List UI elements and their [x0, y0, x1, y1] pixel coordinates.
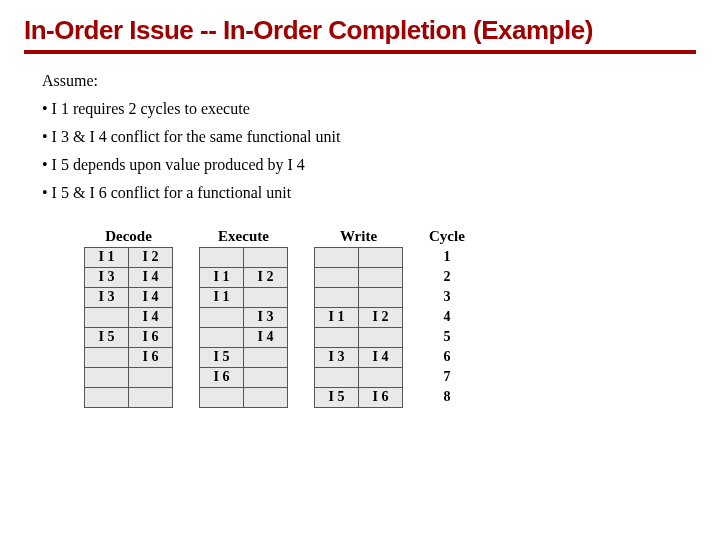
cycle-number: 4 — [443, 307, 450, 327]
pipeline-tables: Decode I 1I 2 I 3I 4 I 3I 4 I 4 I 5I 6 I… — [84, 228, 696, 408]
table-row: I 3I 4 — [85, 287, 173, 307]
table-row: I 1I 2 — [85, 247, 173, 267]
table-row: I 3I 4 — [315, 347, 403, 367]
write-column: Write I 1I 2 I 3I 4 I 5I 6 — [314, 228, 403, 408]
table-row: I 5I 6 — [315, 387, 403, 407]
table-row: I 1I 2 — [200, 267, 288, 287]
list-item: • I 5 depends upon value produced by I 4 — [42, 156, 696, 174]
table-row — [200, 387, 288, 407]
table-row: I 6 — [200, 367, 288, 387]
execute-header: Execute — [199, 228, 288, 247]
write-header: Write — [314, 228, 403, 247]
table-row: I 4 — [85, 307, 173, 327]
table-row: I 1I 2 — [315, 307, 403, 327]
execute-table: I 1I 2 I 1 I 3 I 4 I 5 I 6 — [199, 247, 288, 408]
table-row: I 3I 4 — [85, 267, 173, 287]
table-row: I 1 — [200, 287, 288, 307]
table-row — [315, 367, 403, 387]
table-row — [200, 247, 288, 267]
table-row — [85, 367, 173, 387]
cycle-number: 5 — [443, 327, 450, 347]
cycle-number: 3 — [443, 287, 450, 307]
write-table: I 1I 2 I 3I 4 I 5I 6 — [314, 247, 403, 408]
decode-header: Decode — [84, 228, 173, 247]
cycle-number: 1 — [443, 247, 450, 267]
table-row — [315, 287, 403, 307]
table-row — [85, 387, 173, 407]
table-row — [315, 267, 403, 287]
table-row — [315, 247, 403, 267]
table-row: I 5 — [200, 347, 288, 367]
cycle-number: 2 — [443, 267, 450, 287]
assumption-list: • I 1 requires 2 cycles to execute • I 3… — [42, 100, 696, 202]
cycle-column: Cycle 1 2 3 4 5 6 7 8 — [429, 228, 465, 407]
cycle-number: 8 — [443, 387, 450, 407]
table-row — [315, 327, 403, 347]
execute-column: Execute I 1I 2 I 1 I 3 I 4 I 5 I 6 — [199, 228, 288, 408]
page-title: In-Order Issue -- In-Order Completion (E… — [24, 16, 696, 46]
decode-table: I 1I 2 I 3I 4 I 3I 4 I 4 I 5I 6 I 6 — [84, 247, 173, 408]
cycle-header: Cycle — [429, 228, 465, 247]
table-row: I 3 — [200, 307, 288, 327]
list-item: • I 1 requires 2 cycles to execute — [42, 100, 696, 118]
decode-column: Decode I 1I 2 I 3I 4 I 3I 4 I 4 I 5I 6 I… — [84, 228, 173, 408]
table-row: I 5I 6 — [85, 327, 173, 347]
list-item: • I 5 & I 6 conflict for a functional un… — [42, 184, 696, 202]
table-row: I 6 — [85, 347, 173, 367]
assume-label: Assume: — [42, 72, 696, 90]
table-row: I 4 — [200, 327, 288, 347]
title-underline — [24, 50, 696, 54]
list-item: • I 3 & I 4 conflict for the same functi… — [42, 128, 696, 146]
cycle-number: 7 — [443, 367, 450, 387]
cycle-number: 6 — [443, 347, 450, 367]
